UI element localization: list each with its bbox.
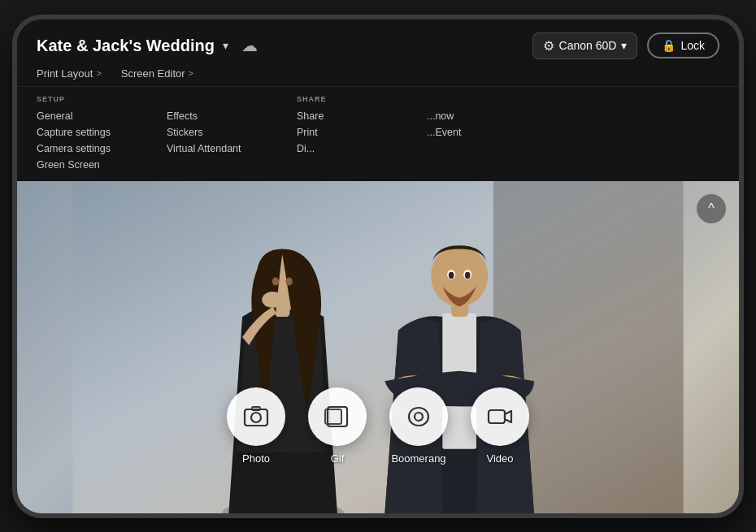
menu-print[interactable]: Print [297, 124, 394, 141]
screen-editor-arrow: > [189, 68, 193, 78]
svg-rect-22 [489, 410, 505, 423]
svg-point-6 [285, 277, 292, 285]
video-capture-btn[interactable]: Video [471, 387, 529, 465]
lock-button[interactable]: 🔒 Lock [647, 32, 719, 58]
gif-capture-btn[interactable]: Gif [308, 387, 367, 465]
scroll-up-button[interactable]: ^ [697, 194, 726, 223]
gif-btn-label: Gif [331, 452, 345, 465]
menu-green-screen[interactable]: Green Screen [37, 157, 134, 173]
nav-row: Print Layout > Screen Editor > [17, 67, 739, 87]
capture-buttons: Photo Gif [227, 387, 529, 465]
camera-selector[interactable]: ⚙ Canon 60D ▾ [532, 32, 638, 59]
chevron-up-icon: ^ [708, 201, 715, 216]
menu-general[interactable]: General [37, 108, 134, 124]
menu-stickers[interactable]: Stickers [167, 124, 264, 141]
boomerang-btn-circle [389, 387, 448, 446]
photo-background: Photo Gif [17, 181, 739, 513]
share-extra-column: ...now ...Event [427, 95, 524, 173]
top-row: Kate & Jack's Wedding ▾ ☁ ⚙ Canon 60D ▾ … [17, 19, 739, 67]
share-column: SHARE Share Print Di... [297, 95, 394, 173]
screen-editor-nav[interactable]: Screen Editor > [121, 67, 193, 80]
share-extra-spacer [427, 95, 524, 103]
svg-point-17 [251, 413, 261, 422]
menu-event[interactable]: ...Event [427, 124, 524, 141]
svg-point-21 [415, 413, 423, 421]
menu-virtual-attendant[interactable]: Virtual Attendant [167, 141, 264, 157]
top-bar: Kate & Jack's Wedding ▾ ☁ ⚙ Canon 60D ▾ … [17, 19, 739, 181]
device-frame: Kate & Jack's Wedding ▾ ☁ ⚙ Canon 60D ▾ … [12, 15, 744, 518]
project-title-area: Kate & Jack's Wedding ▾ ☁ [37, 36, 258, 55]
lock-label: Lock [680, 39, 705, 52]
camera-label: Canon 60D [559, 39, 617, 52]
photo-btn-circle [227, 387, 285, 446]
svg-point-11 [431, 245, 488, 306]
screen-editor-label: Screen Editor [121, 67, 185, 80]
svg-point-15 [465, 271, 471, 278]
svg-point-5 [272, 277, 279, 285]
gif-btn-circle [308, 387, 367, 446]
print-layout-arrow: > [96, 68, 101, 78]
menu-camera-settings[interactable]: Camera settings [37, 141, 134, 157]
menu-know-now[interactable]: ...now [427, 108, 524, 124]
menu-effects[interactable]: Effects [167, 108, 264, 124]
right-controls: ⚙ Canon 60D ▾ 🔒 Lock [532, 32, 719, 59]
photo-btn-label: Photo [242, 452, 270, 465]
project-title: Kate & Jack's Wedding [37, 37, 215, 55]
menu-section: SETUP General Capture settings Camera se… [17, 87, 739, 181]
effects-spacer [167, 95, 264, 103]
boomerang-capture-btn[interactable]: Boomerang [389, 387, 448, 465]
boomerang-btn-label: Boomerang [391, 452, 445, 465]
menu-capture-settings[interactable]: Capture settings [37, 124, 134, 141]
video-btn-label: Video [486, 452, 513, 465]
svg-point-13 [449, 271, 454, 278]
camera-settings-icon: ⚙ [543, 38, 554, 54]
video-btn-circle [471, 387, 529, 446]
camera-chevron-icon: ▾ [621, 39, 627, 52]
setup-column: SETUP General Capture settings Camera se… [37, 95, 134, 173]
project-chevron-icon[interactable]: ▾ [223, 39, 228, 52]
print-layout-nav[interactable]: Print Layout > [37, 67, 102, 80]
cloud-icon: ☁ [241, 36, 258, 55]
menu-di[interactable]: Di... [297, 141, 394, 157]
effects-column: Effects Stickers Virtual Attendant [167, 95, 264, 173]
menu-share[interactable]: Share [297, 108, 394, 124]
main-content: Photo Gif [17, 181, 739, 513]
svg-rect-20 [325, 409, 341, 424]
lock-icon: 🔒 [662, 39, 676, 52]
svg-point-7 [262, 292, 284, 308]
print-layout-label: Print Layout [37, 67, 93, 80]
setup-label: SETUP [37, 95, 134, 103]
share-label: SHARE [297, 95, 394, 103]
photo-capture-btn[interactable]: Photo [227, 387, 285, 465]
